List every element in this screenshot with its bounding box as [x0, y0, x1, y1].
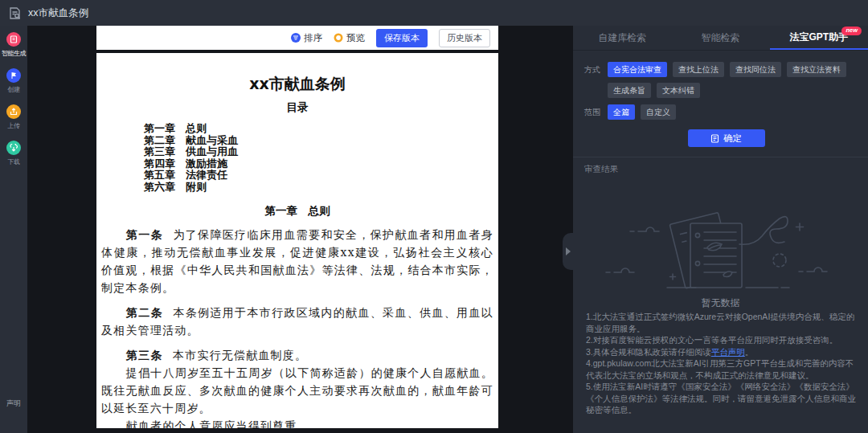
- sidebar-item-label: 下载: [8, 157, 20, 166]
- tab-custom-library-search[interactable]: 自建库检索: [573, 26, 671, 50]
- no-data-illustration: [596, 206, 845, 290]
- tab-fabao-gpt[interactable]: 法宝GPT助手 new: [770, 26, 868, 50]
- assistant-panel: 自建库检索 智能检索 法宝GPT助手 new 方式 合宪合法审查 查找上位法 查…: [573, 26, 868, 433]
- disclaimer-line: 3.具体合规和隐私政策请仔细阅读平台声明。: [586, 346, 857, 358]
- sort-icon: [291, 33, 301, 43]
- toc-item: 第六章 附则: [144, 182, 493, 194]
- preview-button[interactable]: 预览: [334, 32, 365, 44]
- paragraph: 献血者的个人意愿应当得到尊重。: [101, 417, 493, 428]
- mode-find-parallel-law[interactable]: 查找同位法: [730, 62, 781, 77]
- confirm-button[interactable]: 确定: [688, 129, 765, 147]
- review-result-label: 审查结果: [573, 157, 868, 175]
- paragraph: 第一条为了保障医疗临床用血需要和安全，保护献血者和用血者身体健康，推动无偿献血事…: [101, 226, 493, 296]
- sidebar-item-label: 上传: [8, 121, 20, 130]
- disclaimer-line: 1.北大法宝通过正式签约微软Azure云对接OpenAI提供境内合规、稳定的商业…: [586, 311, 857, 334]
- empty-state: 暂无数据: [573, 206, 868, 310]
- scope-row: 范围 全篇 自定义: [584, 104, 868, 120]
- sidebar-item-ai-generate[interactable]: 智能生成: [2, 32, 26, 58]
- tab-smart-search[interactable]: 智能检索: [671, 26, 769, 50]
- disclaimer-line: 4.gpt.pkulaw.com北大法宝新AI引用第三方GPT平台生成和完善的内…: [586, 357, 857, 381]
- toc-title: 目录: [101, 100, 493, 115]
- empty-state-text: 暂无数据: [573, 296, 868, 310]
- history-version-button[interactable]: 历史版本: [439, 29, 490, 47]
- disclaimer-line: 5.使用法宝新AI时请遵守《国家安全法》《网络安全法》《数据安全法》《个人信息保…: [586, 381, 857, 416]
- scope-label: 范围: [584, 104, 600, 120]
- scope-options: 全篇 自定义: [608, 104, 849, 120]
- sort-label: 排序: [304, 32, 322, 44]
- panel-tabs: 自建库检索 智能检索 法宝GPT助手 new: [573, 26, 868, 51]
- toc-item: 第一章 总则: [144, 123, 493, 135]
- scope-full-text[interactable]: 全篇: [608, 104, 635, 120]
- tab-label: 法宝GPT助手: [789, 31, 848, 44]
- sidebar-item-label: 智能生成: [2, 49, 26, 58]
- mode-find-legislative-materials[interactable]: 查找立法资料: [787, 62, 846, 77]
- sidebar-item-download[interactable]: 下载: [6, 141, 21, 166]
- mode-options: 合宪合法审查 查找上位法 查找同位法 查找立法资料 生成条旨 文本纠错: [608, 62, 849, 98]
- app: { "topbar": { "title": "xx市献血条例" }, "sid…: [0, 0, 868, 433]
- collapse-handle[interactable]: [563, 233, 573, 270]
- flag-icon: [6, 68, 21, 83]
- chevron-right-icon: [566, 247, 571, 255]
- toc-item: 第五章 法律责任: [144, 170, 493, 182]
- topbar: xx市献血条例: [0, 0, 868, 26]
- document-toolbar: 排序 预览 保存版本 历史版本: [96, 26, 498, 50]
- gpt-controls: 方式 合宪合法审查 查找上位法 查找同位法 查找立法资料 生成条旨 文本纠错 范…: [573, 51, 868, 157]
- sidebar-item-create[interactable]: 创建: [6, 68, 21, 94]
- save-version-button[interactable]: 保存版本: [376, 29, 428, 47]
- toc-item: 第二章 献血与采血: [144, 135, 493, 147]
- statement-link[interactable]: 声明: [0, 398, 27, 409]
- sidebar: 智能生成 创建 上传 下载 声明: [0, 26, 27, 433]
- mode-constitutional-review[interactable]: 合宪合法审查: [608, 62, 667, 77]
- chapter-heading: 第一章 总则: [101, 204, 493, 219]
- disclaimer-notes: 1.北大法宝通过正式签约微软Azure云对接OpenAI提供境内合规、稳定的商业…: [586, 311, 857, 416]
- platform-statement-link[interactable]: 平台声明: [711, 347, 745, 357]
- mode-generate-article-summary[interactable]: 生成条旨: [608, 83, 651, 98]
- download-icon: [6, 141, 21, 155]
- mode-text-proofread[interactable]: 文本纠错: [657, 83, 700, 98]
- preview-icon: [334, 33, 343, 43]
- paragraph: 第三条本市实行无偿献血制度。: [101, 346, 493, 364]
- document-body: 第一条为了保障医疗临床用血需要和安全，保护献血者和用血者身体健康，推动无偿献血事…: [101, 226, 493, 428]
- upload-icon: [6, 104, 21, 119]
- disclaimer-line: 2.对接百度智能云授权的文心一言等各平台应用同时开放接受咨询。: [586, 334, 857, 346]
- toc-item: 第四章 激励措施: [144, 158, 493, 170]
- toc-item: 第三章 供血与用血: [144, 146, 493, 158]
- paragraph: 第二条本条例适用于本市行政区域内的献血、采血、供血、用血以及相关管理活动。: [101, 304, 493, 339]
- sidebar-item-upload[interactable]: 上传: [6, 104, 21, 130]
- document-search-icon: [8, 6, 22, 20]
- mode-label: 方式: [584, 62, 600, 98]
- doc-title: xx市献血条例: [101, 74, 493, 95]
- confirm-label: 确定: [723, 133, 742, 145]
- confirm-icon: [710, 134, 719, 143]
- mode-find-superior-law[interactable]: 查找上位法: [673, 62, 724, 77]
- mode-row: 方式 合宪合法审查 查找上位法 查找同位法 查找立法资料 生成条旨 文本纠错: [584, 62, 868, 98]
- scope-custom[interactable]: 自定义: [641, 104, 676, 120]
- new-badge: new: [841, 27, 862, 35]
- preview-label: 预览: [346, 32, 365, 44]
- document-page[interactable]: xx市献血条例 目录 第一章 总则 第二章 献血与采血 第三章 供血与用血 第四…: [96, 53, 498, 428]
- window-title: xx市献血条例: [28, 6, 88, 20]
- sort-button[interactable]: 排序: [291, 32, 322, 44]
- ai-generate-icon: [6, 32, 21, 47]
- sidebar-item-label: 创建: [8, 85, 20, 94]
- paragraph: 提倡十八周岁至五十五周岁（以下简称适龄）的健康个人自愿献血。既往无献血反应、多次…: [101, 364, 493, 417]
- table-of-contents: 第一章 总则 第二章 献血与采血 第三章 供血与用血 第四章 激励措施 第五章 …: [144, 123, 493, 194]
